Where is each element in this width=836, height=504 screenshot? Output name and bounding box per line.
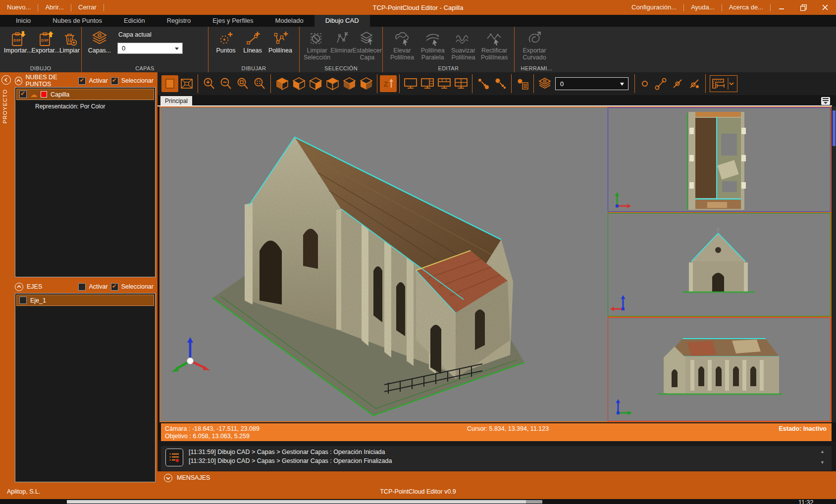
selection-frustum-button[interactable] xyxy=(178,75,195,92)
exportar-button[interactable]: DXF Exportar... xyxy=(32,29,59,54)
collapse-mensajes-button[interactable] xyxy=(164,474,172,482)
zoom-window-button[interactable] xyxy=(234,75,251,92)
ruler-icon xyxy=(710,77,727,91)
viewport-scrollbar[interactable] xyxy=(832,106,836,422)
tab-dibujo-cad[interactable]: Dibujo CAD xyxy=(314,15,370,27)
toolbar-separator xyxy=(377,74,377,93)
z-up-icon: Z xyxy=(382,77,395,90)
svg-text:Z: Z xyxy=(383,80,388,88)
main-3d-view[interactable] xyxy=(160,107,607,421)
zoom-extents-icon xyxy=(253,77,266,90)
zoom-in-button[interactable] xyxy=(201,75,217,92)
menu-ayuda[interactable]: Ayuda... xyxy=(684,0,721,15)
toolbar-separator xyxy=(399,74,400,93)
capas-button[interactable]: Capas... xyxy=(86,29,113,54)
cube-right-icon xyxy=(309,77,322,91)
axis-item-eje1[interactable]: Eje_1 xyxy=(16,295,154,306)
measure-tool-button[interactable] xyxy=(710,75,737,92)
point-list-button[interactable] xyxy=(514,75,531,92)
view-left-button[interactable] xyxy=(290,75,307,92)
title-bar: Nuevo... Abrir... Cerrar TCP-PointCloud … xyxy=(0,0,836,15)
tab-principal[interactable]: Principal xyxy=(160,96,192,106)
ribbon-group-herramientas: Exportar Curvado HERRAMI... xyxy=(514,27,559,72)
menu-acerca-de[interactable]: Acerca de... xyxy=(722,0,770,15)
collapse-axes-button[interactable] xyxy=(15,283,23,291)
z-up-button[interactable]: Z xyxy=(380,75,397,92)
layout-single-button[interactable] xyxy=(402,75,419,92)
close-button[interactable] xyxy=(814,0,836,15)
top-view[interactable] xyxy=(608,107,831,212)
pointcloud-item-capilla[interactable]: ☁ Capilla xyxy=(16,89,154,100)
importar-button[interactable]: DXF Importar... xyxy=(4,29,32,54)
layout-grid-button[interactable] xyxy=(453,75,470,92)
snap-endpoint-button[interactable] xyxy=(652,75,669,92)
pick-point-button[interactable] xyxy=(475,75,492,92)
viewport-layer-select[interactable]: 0 xyxy=(555,77,628,90)
capilla-color-swatch[interactable] xyxy=(41,91,47,98)
tab-ejes-y-perfiles[interactable]: Ejes y Perfiles xyxy=(202,15,264,27)
menu-cerrar[interactable]: Cerrar xyxy=(71,0,104,15)
view-iso-button[interactable] xyxy=(273,75,290,92)
taskbar-app-bar[interactable] xyxy=(67,500,526,504)
ribbon: DXF Importar... DXF Exportar... xyxy=(0,27,836,72)
eje1-checkbox[interactable] xyxy=(19,297,27,304)
restore-button[interactable] xyxy=(792,0,814,15)
view-front-button[interactable] xyxy=(324,75,341,92)
menu-nuevo[interactable]: Nuevo... xyxy=(0,0,38,15)
minimize-button[interactable] xyxy=(771,0,792,15)
points-add-icon xyxy=(217,30,234,47)
tab-edicion[interactable]: Edición xyxy=(113,15,156,27)
layers-icon xyxy=(538,77,552,90)
pointclouds-seleccionar-checkbox[interactable] xyxy=(111,77,118,85)
panel-toggle-button[interactable] xyxy=(821,97,830,105)
snap-nearest-button[interactable] xyxy=(686,75,703,92)
tab-inicio[interactable]: Inicio xyxy=(5,15,42,27)
pointclouds-activar-checkbox[interactable] xyxy=(78,77,86,85)
limpiar-button[interactable]: Limpiar xyxy=(59,29,80,54)
layout-right-panel-button[interactable] xyxy=(419,75,436,92)
layout-top-strip-button[interactable] xyxy=(436,75,453,92)
app-version: TCP-PointCloud Editor v0.9 xyxy=(0,488,836,495)
scrollbar-thumb[interactable] xyxy=(833,110,836,146)
log-scroll-up-button[interactable]: ▲ xyxy=(820,449,825,454)
collapse-pointclouds-button[interactable] xyxy=(15,77,22,85)
menu-abrir[interactable]: Abrir... xyxy=(38,0,71,15)
view-back-button[interactable] xyxy=(341,75,358,92)
puntos-button[interactable]: Puntos xyxy=(212,29,239,54)
ribbon-tab-bar: Inicio Nubes de Puntos Edición Registro … xyxy=(0,15,836,27)
line-add-icon xyxy=(244,30,261,47)
zoom-extents-button[interactable] xyxy=(251,75,268,92)
app-footer: Aplitop, S.L. TCP-PointCloud Editor v0.9 xyxy=(0,484,836,499)
collapse-sidebar-button[interactable] xyxy=(1,75,11,85)
axes-seleccionar-checkbox[interactable] xyxy=(111,283,118,291)
capilla-checkbox[interactable] xyxy=(19,91,27,98)
top-view-render xyxy=(608,108,830,211)
lineas-button[interactable]: Líneas xyxy=(239,29,266,54)
tab-modelado[interactable]: Modelado xyxy=(264,15,314,27)
snap-midpoint-button[interactable] xyxy=(669,75,686,92)
view-bottom-button[interactable] xyxy=(358,75,374,92)
zoom-out-button[interactable] xyxy=(217,75,234,92)
capilla-representation: Representación: Por Color xyxy=(15,101,155,113)
side-view-column xyxy=(608,107,831,421)
cube-bottom-icon xyxy=(360,77,373,91)
tab-nubes-de-puntos[interactable]: Nubes de Puntos xyxy=(42,15,113,27)
pick-point-free-button[interactable] xyxy=(492,75,509,92)
front-view[interactable] xyxy=(608,213,831,316)
capa-actual-select[interactable]: 0 xyxy=(117,43,183,54)
chevron-up-icon xyxy=(16,79,21,83)
snap-point-button[interactable] xyxy=(637,75,652,92)
tab-registro[interactable]: Registro xyxy=(156,15,202,27)
selection-window-button[interactable] xyxy=(161,75,178,92)
axes-activar-checkbox[interactable] xyxy=(78,283,86,291)
log-scroll-down-button[interactable]: ▼ xyxy=(820,460,825,465)
side-view[interactable] xyxy=(608,317,831,421)
parallel-polyline-icon xyxy=(424,30,442,47)
layer-button[interactable] xyxy=(536,75,553,92)
chevron-down-icon xyxy=(727,77,735,91)
menu-configuracion[interactable]: Configuración... xyxy=(625,0,683,15)
view-right-button[interactable] xyxy=(307,75,324,92)
polilinea-paralela-button: Polilínea Paralela xyxy=(418,29,448,61)
zoom-in-icon xyxy=(203,77,215,90)
polilinea-button[interactable]: Polilínea xyxy=(266,29,295,54)
